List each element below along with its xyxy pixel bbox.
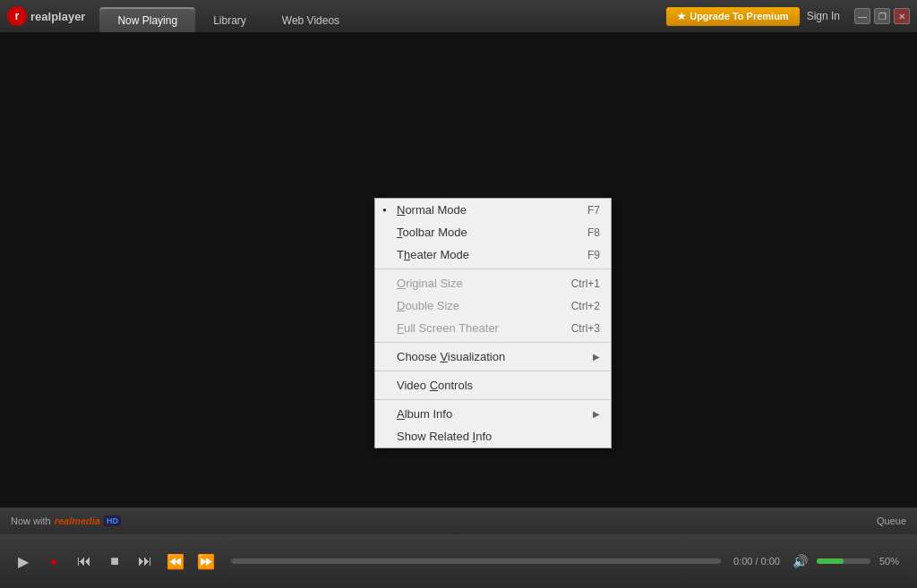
menu-item-choose-visualization[interactable]: Choose Visualization ▶ bbox=[375, 345, 611, 368]
menu-shortcut: F8 bbox=[587, 226, 600, 239]
menu-label: Choose Visualization bbox=[397, 350, 505, 363]
menu-label: Double Size bbox=[397, 299, 459, 312]
rewind-button[interactable]: ⏪ bbox=[163, 549, 188, 574]
queue-label[interactable]: Queue bbox=[877, 516, 906, 526]
menu-shortcut: F9 bbox=[587, 249, 600, 261]
submenu-arrow-icon: ▶ bbox=[593, 352, 600, 362]
menu-label: Show Related Info bbox=[397, 430, 492, 443]
record-button[interactable]: ● bbox=[41, 549, 66, 574]
menu-label: Full Screen Theater bbox=[397, 321, 499, 335]
minimize-button[interactable]: — bbox=[854, 8, 870, 24]
realmedia-brand: realmedia bbox=[55, 516, 100, 526]
menu-item-toolbar-mode[interactable]: Toolbar Mode F8 bbox=[375, 221, 611, 243]
menu-shortcut: Ctrl+1 bbox=[571, 277, 600, 290]
menu-shortcut: F7 bbox=[587, 204, 600, 217]
stop-button[interactable]: ■ bbox=[102, 549, 127, 574]
menu-label: Toolbar Mode bbox=[397, 226, 467, 239]
time-display: 0:00 / 0:00 bbox=[733, 556, 787, 567]
play-button[interactable]: ▶ bbox=[11, 549, 36, 574]
star-icon: ★ bbox=[677, 11, 686, 22]
title-bar-right: ★ Upgrade To Premium Sign In — ❐ ✕ bbox=[666, 7, 910, 26]
menu-separator-1 bbox=[375, 268, 611, 269]
logo: r realplayer bbox=[7, 6, 85, 26]
upgrade-button[interactable]: ★ Upgrade To Premium bbox=[666, 7, 799, 26]
tab-web-videos[interactable]: Web Videos bbox=[264, 9, 357, 32]
controls-bar: ▶ ● ⏮ ■ ⏭ ⏪ ⏩ 0:00 / 0:00 🔊 50% bbox=[0, 534, 917, 588]
volume-fill bbox=[817, 558, 844, 564]
context-menu: Normal Mode F7 Toolbar Mode F8 Theater M… bbox=[374, 198, 612, 448]
menu-separator-3 bbox=[375, 371, 611, 371]
menu-label: Original Size bbox=[397, 277, 463, 290]
logo-text: realplayer bbox=[30, 10, 85, 23]
main-video-area[interactable]: Normal Mode F7 Toolbar Mode F8 Theater M… bbox=[0, 32, 917, 507]
menu-item-video-controls[interactable]: Video Controls bbox=[375, 374, 611, 396]
tab-library[interactable]: Library bbox=[195, 9, 264, 32]
menu-separator-4 bbox=[375, 399, 611, 400]
menu-item-show-related-info[interactable]: Show Related Info bbox=[375, 425, 611, 447]
volume-icon: 🔊 bbox=[793, 554, 808, 568]
prev-button[interactable]: ⏮ bbox=[72, 549, 97, 574]
menu-shortcut: Ctrl+3 bbox=[571, 322, 600, 335]
menu-label: Video Controls bbox=[397, 379, 473, 392]
status-bar: Now with realmedia HD Queue bbox=[0, 507, 917, 534]
menu-label: Normal Mode bbox=[397, 203, 467, 217]
volume-slider[interactable] bbox=[817, 558, 870, 564]
menu-separator-2 bbox=[375, 342, 611, 343]
menu-label: Album Info bbox=[397, 407, 452, 421]
menu-shortcut: Ctrl+2 bbox=[571, 300, 600, 312]
menu-label: Theater Mode bbox=[397, 248, 469, 261]
now-with-text: Now with bbox=[11, 516, 51, 526]
submenu-arrow-icon: ▶ bbox=[593, 409, 600, 419]
menu-item-normal-mode[interactable]: Normal Mode F7 bbox=[375, 199, 611, 221]
menu-item-original-size[interactable]: Original Size Ctrl+1 bbox=[375, 272, 611, 294]
fast-forward-button[interactable]: ⏩ bbox=[193, 549, 219, 574]
sign-in-button[interactable]: Sign In bbox=[807, 10, 840, 22]
tab-now-playing[interactable]: Now Playing bbox=[99, 7, 195, 32]
volume-percent: 50% bbox=[879, 556, 906, 567]
logo-icon: r bbox=[7, 6, 27, 26]
menu-item-double-size[interactable]: Double Size Ctrl+2 bbox=[375, 294, 611, 317]
next-button[interactable]: ⏭ bbox=[133, 549, 158, 574]
progress-bar[interactable] bbox=[231, 558, 721, 564]
realmedia-hd-badge: HD bbox=[104, 516, 121, 526]
upgrade-label: Upgrade To Premium bbox=[690, 11, 788, 21]
restore-button[interactable]: ❐ bbox=[874, 8, 890, 24]
menu-item-fullscreen-theater[interactable]: Full Screen Theater Ctrl+3 bbox=[375, 317, 611, 339]
nav-tabs: Now Playing Library Web Videos bbox=[99, 0, 357, 32]
close-button[interactable]: ✕ bbox=[894, 8, 910, 24]
status-realmedia: Now with realmedia HD bbox=[11, 516, 121, 526]
menu-item-theater-mode[interactable]: Theater Mode F9 bbox=[375, 243, 611, 266]
title-bar: r realplayer Now Playing Library Web Vid… bbox=[0, 0, 917, 32]
window-controls: — ❐ ✕ bbox=[854, 8, 910, 24]
menu-item-album-info[interactable]: Album Info ▶ bbox=[375, 403, 611, 425]
